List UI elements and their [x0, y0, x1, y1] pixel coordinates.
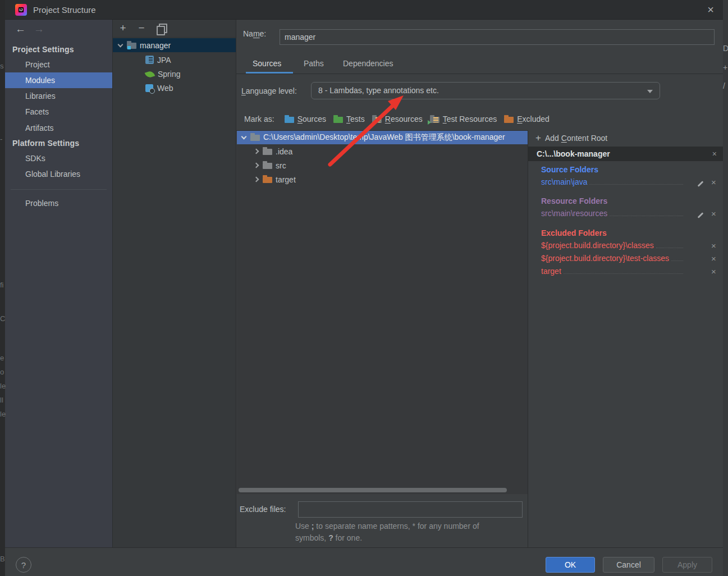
excluded-folder-icon: [504, 117, 514, 123]
bg-fragment: -: [0, 135, 2, 143]
add-module-button[interactable]: +: [116, 21, 130, 35]
remove-module-button[interactable]: −: [134, 21, 149, 35]
folder-icon: [263, 177, 272, 183]
mark-as-test-resources[interactable]: Test Resources: [430, 115, 497, 124]
background-ide-right-strip: Da + /: [723, 0, 728, 576]
dialog-footer: ? OK Cancel Apply: [5, 547, 723, 576]
sidebar-item-facets[interactable]: Facets: [5, 104, 112, 120]
sidebar-item-modules[interactable]: Modules: [5, 72, 112, 88]
sources-folder-icon: [285, 117, 294, 123]
name-label: Name:: [243, 29, 266, 38]
content-root-detail-panel: +Add Content Root C:\...\book-manager × …: [528, 130, 723, 547]
resource-folder-item[interactable]: src\main\resources: [541, 209, 685, 218]
spring-icon: [145, 70, 155, 79]
section-header-platform-settings: Platform Settings: [5, 136, 112, 150]
module-list-panel: + − manager JPA Spring Web: [112, 20, 236, 547]
module-facet-web[interactable]: Web: [113, 81, 236, 95]
help-button[interactable]: ?: [16, 557, 31, 573]
content-root-path: C:\Users\admin\Desktop\temp\JavaWeb 图书管理…: [263, 132, 505, 143]
sidebar-item-project[interactable]: Project: [5, 57, 112, 72]
mark-as-excluded[interactable]: Excluded: [504, 115, 550, 124]
bg-fragment: +: [723, 63, 727, 72]
remove-folder-icon[interactable]: ×: [711, 209, 716, 218]
bg-fragment: e: [0, 354, 4, 362]
add-content-root-button[interactable]: +Add Content Root: [528, 130, 724, 146]
tab-sources[interactable]: Sources: [253, 59, 281, 68]
test-resources-folder-icon: [430, 117, 439, 123]
horizontal-scrollbar[interactable]: [239, 488, 507, 492]
resource-folders-title: Resource Folders: [541, 196, 607, 205]
remove-folder-icon[interactable]: ×: [711, 241, 716, 250]
jpa-icon: [145, 56, 154, 64]
module-tree-item-manager[interactable]: manager: [113, 38, 236, 52]
sidebar-item-global-libraries[interactable]: Global Libraries: [5, 166, 112, 182]
remove-folder-icon[interactable]: ×: [711, 267, 716, 276]
tab-dependencies[interactable]: Dependencies: [343, 59, 393, 68]
edit-icon[interactable]: [697, 180, 704, 188]
sidebar-item-problems[interactable]: Problems: [5, 195, 112, 211]
module-toolbar: + −: [113, 20, 236, 38]
bg-fragment: le: [0, 382, 6, 390]
remove-folder-icon[interactable]: ×: [711, 177, 716, 187]
web-icon: [145, 84, 153, 92]
mark-as-label: Mark as:: [244, 115, 274, 124]
chevron-down-icon: [647, 90, 653, 93]
language-level-label: Language level:: [241, 86, 297, 95]
sidebar-divider: [11, 189, 107, 190]
module-folder-icon: [127, 43, 136, 49]
bg-fragment: o: [0, 368, 4, 376]
chevron-right-icon[interactable]: [254, 177, 259, 182]
copy-module-icon[interactable]: [157, 24, 166, 33]
forward-arrow-icon[interactable]: →: [34, 23, 44, 35]
source-folder-item[interactable]: src\main\java: [541, 177, 685, 186]
tree-row-idea[interactable]: .idea: [237, 144, 528, 158]
chevron-down-icon[interactable]: [241, 134, 247, 139]
chevron-down-icon[interactable]: [118, 42, 123, 47]
back-arrow-icon[interactable]: ←: [15, 23, 26, 35]
excluded-folder-item[interactable]: ${project.build.directory}\test-classes: [541, 254, 685, 263]
bg-fragment: le: [0, 410, 6, 418]
chevron-right-icon[interactable]: [254, 149, 259, 154]
tab-paths[interactable]: Paths: [304, 59, 324, 68]
close-icon[interactable]: ×: [701, 1, 720, 18]
module-facet-spring[interactable]: Spring: [113, 67, 236, 81]
exclude-files-label: Exclude files:: [240, 505, 286, 514]
dialog-title: Project Structure: [33, 5, 96, 15]
ok-button[interactable]: OK: [546, 557, 595, 573]
excluded-folders-title: Excluded Folders: [541, 228, 607, 237]
remove-content-root-icon[interactable]: ×: [712, 147, 717, 161]
bg-fragment: Da: [723, 44, 728, 53]
module-facet-jpa[interactable]: JPA: [113, 53, 236, 67]
folder-icon: [250, 135, 260, 141]
edit-icon[interactable]: [697, 212, 704, 219]
tree-row-content-root[interactable]: C:\Users\admin\Desktop\temp\JavaWeb 图书管理…: [237, 130, 528, 144]
mark-as-resources[interactable]: Resources: [372, 115, 423, 124]
exclude-files-input[interactable]: [298, 501, 523, 518]
settings-sidebar: ← → Project Settings Project Modules Lib…: [5, 20, 112, 547]
bg-fragment: B: [0, 555, 5, 563]
sidebar-item-sdks[interactable]: SDKs: [5, 150, 112, 166]
folder-icon: [263, 149, 272, 155]
mark-as-tests[interactable]: Tests: [333, 115, 365, 124]
tests-folder-icon: [333, 117, 343, 123]
chevron-right-icon[interactable]: [254, 163, 259, 168]
project-structure-dialog: s - fi C e o le ll le B Da + / IJ Projec…: [0, 0, 728, 576]
section-header-project-settings: Project Settings: [5, 42, 112, 57]
bg-fragment: C: [0, 314, 5, 323]
mark-as-sources[interactable]: Sources: [285, 115, 326, 124]
sidebar-item-artifacts[interactable]: Artifacts: [5, 120, 112, 136]
module-name: manager: [140, 41, 171, 50]
cancel-button[interactable]: Cancel: [603, 557, 654, 573]
language-level-dropdown[interactable]: 8 - Lambdas, type annotations etc.: [311, 82, 660, 99]
module-name-input[interactable]: [280, 29, 715, 45]
remove-folder-icon[interactable]: ×: [711, 254, 716, 263]
excluded-folder-item[interactable]: ${project.build.directory}\classes: [541, 241, 685, 250]
bg-fragment: fi: [0, 281, 4, 289]
sidebar-item-libraries[interactable]: Libraries: [5, 88, 112, 104]
bg-fragment: /: [723, 81, 725, 90]
content-root-header[interactable]: C:\...\book-manager ×: [528, 147, 724, 161]
tree-row-src[interactable]: src: [237, 158, 528, 172]
background-ide-left-strip: s - fi C e o le ll le B: [0, 0, 5, 576]
tree-row-target[interactable]: target: [237, 172, 528, 186]
excluded-folder-item[interactable]: target: [541, 267, 685, 276]
